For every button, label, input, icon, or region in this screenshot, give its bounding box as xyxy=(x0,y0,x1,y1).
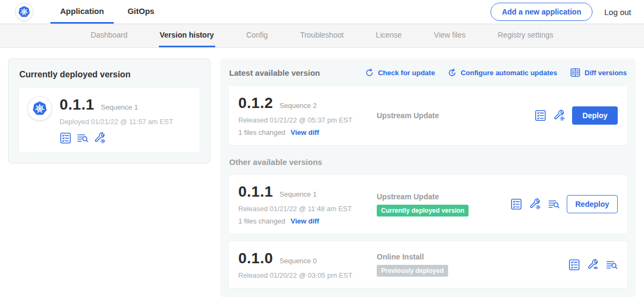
brand xyxy=(15,0,33,24)
deploy-button[interactable]: Deploy xyxy=(572,106,618,125)
clock-refresh-icon xyxy=(448,68,457,77)
config-wrench-eye-icon[interactable] xyxy=(587,259,599,271)
deployed-sequence: Sequence 1 xyxy=(101,103,138,111)
release-notes-checklist-icon[interactable] xyxy=(60,132,71,144)
deployed-version-number: 0.1.1 xyxy=(60,96,94,113)
subnav-tab-dashboard-label: Dashboard xyxy=(91,31,128,39)
subnav-tab-dashboard[interactable]: Dashboard xyxy=(90,24,129,47)
subnav-tab-troubleshoot-label: Troubleshoot xyxy=(300,31,343,39)
view-diff-link[interactable]: View diff xyxy=(290,217,319,225)
release-notes-checklist-icon[interactable] xyxy=(568,259,580,271)
diff-panes-icon xyxy=(570,67,581,78)
version-number: 0.1.0 xyxy=(238,250,273,267)
check-for-update-label: Check for update xyxy=(378,69,435,77)
version-sequence: Sequence 1 xyxy=(280,190,317,198)
release-notes-checklist-icon[interactable] xyxy=(535,110,546,121)
kubernetes-logo-icon xyxy=(27,96,52,121)
redeploy-button[interactable]: Redeploy xyxy=(567,195,618,213)
subnav-tab-version-history-label: Version history xyxy=(160,31,214,39)
view-diff-link[interactable]: View diff xyxy=(290,128,319,136)
configure-automatic-updates-link[interactable]: Configure automatic updates xyxy=(448,68,557,77)
app-subnav: Dashboard Version history Config Trouble… xyxy=(0,24,644,48)
subnav-tab-config-label: Config xyxy=(246,31,268,39)
config-wrench-gear-icon[interactable] xyxy=(529,198,541,210)
subnav-tab-troubleshoot[interactable]: Troubleshoot xyxy=(299,24,345,47)
kubernetes-logo-icon xyxy=(15,3,33,21)
refresh-icon xyxy=(365,68,374,77)
files-changed-label: 1 files changed xyxy=(238,128,285,136)
available-versions-header: Latest available version Check for updat… xyxy=(229,67,627,78)
tab-gitops[interactable]: GitOps xyxy=(118,0,164,24)
subnav-tab-view-files-label: View files xyxy=(434,31,466,39)
check-for-update-link[interactable]: Check for update xyxy=(365,68,435,77)
files-changed-label: 1 files changed xyxy=(238,217,285,225)
version-info: 0.1.0 Sequence 0 Released 01/20/22 @ 03:… xyxy=(238,250,377,279)
version-actions-column xyxy=(568,259,618,271)
version-card-0-1-2: 0.1.2 Sequence 2 Released 01/21/22 @ 05:… xyxy=(228,85,628,146)
version-info: 0.1.2 Sequence 2 Released 01/21/22 @ 05:… xyxy=(238,95,377,136)
version-source: Online Install xyxy=(377,252,568,261)
tab-application[interactable]: Application xyxy=(50,0,114,24)
deployed-version-info: 0.1.1 Sequence 1 Deployed 01/21/22 @ 11:… xyxy=(60,96,173,144)
deployed-timestamp: Deployed 01/21/22 @ 11:57 am EST xyxy=(60,118,173,126)
config-wrench-gear-icon[interactable] xyxy=(553,110,565,121)
previously-deployed-badge: Previously deployed xyxy=(377,265,448,277)
released-timestamp: Released 01/20/22 @ 03:05 pm EST xyxy=(238,271,377,279)
app-tabs: Application GitOps xyxy=(50,0,164,24)
version-actions: Check for update Configure automatic upd… xyxy=(365,67,627,78)
version-source-column: Upstream Update Currently deployed versi… xyxy=(377,192,510,217)
currently-deployed-badge: Currently deployed version xyxy=(377,205,469,217)
logs-search-icon[interactable] xyxy=(77,132,89,144)
available-versions-panel: Latest available version Check for updat… xyxy=(220,59,636,297)
currently-deployed-title: Currently deployed version xyxy=(19,70,200,80)
subnav-tab-version-history[interactable]: Version history xyxy=(159,24,215,47)
subnav-tab-license[interactable]: License xyxy=(375,24,402,47)
latest-available-title: Latest available version xyxy=(229,68,320,77)
version-source: Upstream Update xyxy=(377,111,535,120)
version-number: 0.1.1 xyxy=(238,183,273,200)
config-wrench-gear-icon[interactable] xyxy=(94,132,106,144)
tab-application-label: Application xyxy=(60,6,104,16)
logs-search-icon[interactable] xyxy=(548,198,560,210)
other-available-versions-title: Other available versions xyxy=(229,157,627,167)
version-card-0-1-1: 0.1.1 Sequence 1 Released 01/21/22 @ 11:… xyxy=(228,174,628,234)
top-header: Application GitOps Add a new application… xyxy=(0,0,644,24)
subnav-tab-registry-settings[interactable]: Registry settings xyxy=(497,24,554,47)
version-source-column: Online Install Previously deployed xyxy=(377,252,568,277)
tab-gitops-label: GitOps xyxy=(128,6,155,16)
version-source-column: Upstream Update xyxy=(377,111,535,120)
subnav-tab-license-label: License xyxy=(376,31,401,39)
deployed-version-card: 0.1.1 Sequence 1 Deployed 01/21/22 @ 11:… xyxy=(18,87,200,153)
diff-versions-label: Diff versions xyxy=(584,69,627,77)
configure-automatic-updates-label: Configure automatic updates xyxy=(460,69,557,77)
diff-versions-link[interactable]: Diff versions xyxy=(570,67,627,78)
currently-deployed-panel: Currently deployed version 0.1.1 Sequenc… xyxy=(8,59,210,163)
main-content: Currently deployed version 0.1.1 Sequenc… xyxy=(0,48,644,297)
version-card-0-1-0: 0.1.0 Sequence 0 Released 01/20/22 @ 03:… xyxy=(228,241,628,288)
subnav-tab-config[interactable]: Config xyxy=(245,24,269,47)
version-actions-column: Redeploy xyxy=(510,195,618,213)
header-right: Add a new application Log out xyxy=(491,0,631,24)
logout-button[interactable]: Log out xyxy=(604,8,631,17)
add-application-button[interactable]: Add a new application xyxy=(491,3,592,21)
version-number: 0.1.2 xyxy=(238,95,273,112)
version-source: Upstream Update xyxy=(377,192,510,201)
version-sequence: Sequence 0 xyxy=(280,257,317,265)
subnav-tab-view-files[interactable]: View files xyxy=(433,24,467,47)
released-timestamp: Released 01/21/22 @ 11:48 am EST xyxy=(238,205,377,213)
released-timestamp: Released 01/21/22 @ 05:37 pm EST xyxy=(238,116,377,124)
release-notes-checklist-icon[interactable] xyxy=(510,198,522,210)
subnav-tab-registry-settings-label: Registry settings xyxy=(498,31,553,39)
version-sequence: Sequence 2 xyxy=(280,102,317,110)
version-info: 0.1.1 Sequence 1 Released 01/21/22 @ 11:… xyxy=(238,183,377,225)
logs-search-icon[interactable] xyxy=(606,259,618,271)
version-actions-column: Deploy xyxy=(535,106,618,125)
